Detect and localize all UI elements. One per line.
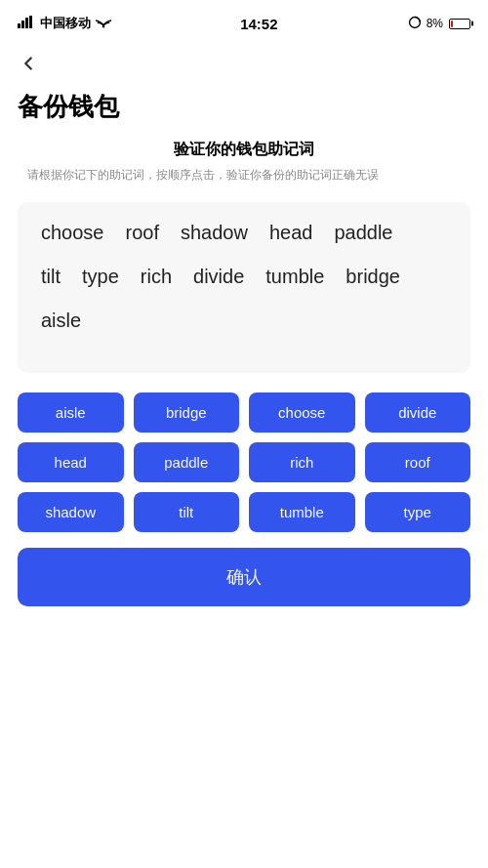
word-button[interactable]: tumble (249, 492, 355, 532)
svg-rect-3 (29, 16, 32, 28)
signal-icon (18, 16, 35, 31)
word-button[interactable]: roof (365, 442, 471, 482)
screen-icon (407, 16, 423, 32)
word-display-box: chooseroofshadowheadpaddletilttyperichdi… (18, 202, 470, 373)
section-desc: 请根据你记下的助记词，按顺序点击，验证你备份的助记词正确无误 (18, 166, 470, 185)
back-button[interactable] (0, 43, 488, 84)
word-button[interactable]: divide (365, 393, 471, 433)
carrier-name: 中国移动 (40, 15, 91, 32)
display-word: bridge (346, 266, 400, 288)
word-button[interactable]: bridge (134, 393, 240, 433)
display-word: type (82, 266, 119, 288)
confirm-button[interactable]: 确认 (18, 548, 470, 606)
confirm-area: 确认 (0, 548, 488, 630)
display-word: tumble (265, 266, 324, 288)
display-word: shadow (181, 222, 248, 244)
svg-rect-2 (25, 18, 28, 28)
svg-rect-0 (18, 23, 20, 28)
word-display-row: chooseroofshadowheadpaddletilttyperichdi… (41, 222, 447, 353)
wifi-icon (96, 16, 111, 31)
word-grid[interactable]: aislebridgechoosedivideheadpaddlerichroo… (0, 389, 488, 548)
battery-percent: 8% (427, 17, 443, 30)
word-button[interactable]: type (365, 492, 471, 532)
svg-point-4 (102, 25, 104, 27)
status-time: 14:52 (240, 16, 277, 32)
display-word: head (269, 222, 313, 244)
word-button[interactable]: aisle (18, 393, 124, 433)
section-title: 验证你的钱包助记词 (18, 140, 470, 160)
carrier-signal: 中国移动 (18, 15, 111, 32)
word-button[interactable]: paddle (134, 442, 240, 482)
word-button[interactable]: head (18, 442, 124, 482)
battery-icon (449, 19, 470, 29)
display-word: tilt (41, 266, 61, 288)
display-word: rich (141, 266, 172, 288)
display-word: choose (41, 222, 104, 244)
display-word: divide (193, 266, 244, 288)
status-right-group: 8% (407, 16, 470, 32)
section-header: 验证你的钱包助记词 请根据你记下的助记词，按顺序点击，验证你备份的助记词正确无误 (0, 140, 488, 190)
display-word: roof (126, 222, 159, 244)
word-button[interactable]: rich (249, 442, 355, 482)
word-button[interactable]: choose (249, 393, 355, 433)
page-title: 备份钱包 (0, 84, 488, 140)
display-word: aisle (41, 310, 81, 332)
word-button[interactable]: tilt (134, 492, 240, 532)
display-word: paddle (334, 222, 392, 244)
status-bar: 中国移动 14:52 8% (0, 0, 488, 43)
svg-rect-1 (21, 21, 24, 28)
word-button[interactable]: shadow (18, 492, 124, 532)
